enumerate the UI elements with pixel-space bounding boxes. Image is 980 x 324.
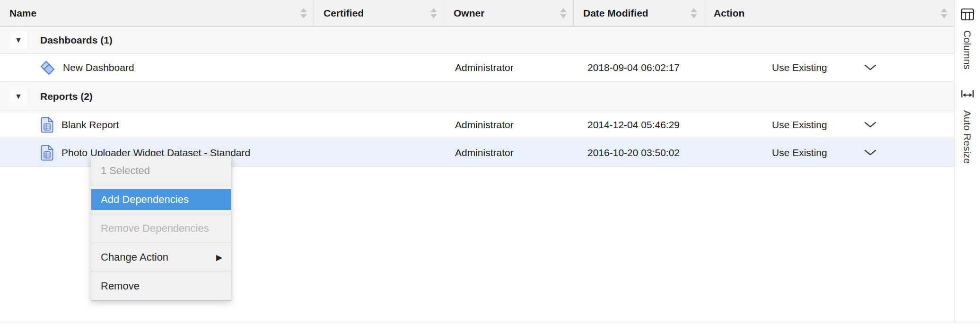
table-row[interactable]: New Dashboard Administrator 2018-09-04 0… bbox=[0, 54, 954, 82]
owner-cell: Administrator bbox=[444, 111, 573, 139]
action-dropdown[interactable]: Use Existing bbox=[704, 139, 954, 166]
menu-item-add-dependencies[interactable]: Add Dependencies bbox=[91, 185, 231, 214]
owner-cell: Administrator bbox=[444, 139, 573, 166]
column-header-label: Action bbox=[714, 8, 744, 19]
menu-item-remove[interactable]: Remove bbox=[91, 271, 231, 300]
column-header-date-modified[interactable]: Date Modified bbox=[573, 0, 704, 26]
sort-arrows-icon[interactable] bbox=[560, 8, 567, 18]
chevron-down-icon[interactable] bbox=[864, 149, 876, 156]
window-bottom-edge bbox=[0, 322, 980, 324]
column-header-owner[interactable]: Owner bbox=[444, 0, 573, 26]
menu-item-remove-dependencies: Remove Dependencies bbox=[91, 214, 231, 243]
context-menu: 1 Selected Add Dependencies Remove Depen… bbox=[91, 156, 231, 301]
auto-resize-button[interactable]: Auto Resize bbox=[960, 89, 975, 164]
caret-down-icon: ▼ bbox=[15, 93, 22, 100]
date-modified-cell: 2018-09-04 06:02:17 bbox=[573, 54, 704, 81]
columns-button-label: Columns bbox=[962, 30, 973, 70]
group-label: Reports (2) bbox=[40, 91, 93, 102]
certified-cell bbox=[314, 54, 444, 81]
chevron-down-icon[interactable] bbox=[864, 64, 876, 71]
column-header-label: Name bbox=[9, 8, 36, 19]
group-row-reports[interactable]: ▼ Reports (2) bbox=[0, 82, 954, 111]
report-icon bbox=[40, 117, 53, 133]
date-modified-cell: 2016-10-20 03:50:02 bbox=[573, 139, 704, 166]
auto-resize-button-label: Auto Resize bbox=[962, 110, 973, 164]
import-objects-table-view: Name Certified Owner Date Modified Actio… bbox=[0, 0, 980, 324]
date-modified-cell: 2014-12-04 05:46:29 bbox=[573, 111, 704, 139]
action-dropdown[interactable]: Use Existing bbox=[704, 54, 954, 81]
chevron-down-icon[interactable] bbox=[864, 122, 876, 128]
name-cell: Blank Report bbox=[0, 111, 314, 139]
table-header-row: Name Certified Owner Date Modified Actio… bbox=[0, 0, 954, 27]
context-menu-selection-count: 1 Selected bbox=[91, 156, 231, 185]
action-value: Use Existing bbox=[772, 62, 827, 73]
certified-cell bbox=[314, 111, 444, 139]
object-name: Blank Report bbox=[61, 119, 119, 131]
sort-arrows-icon[interactable] bbox=[300, 8, 307, 18]
object-name: New Dashboard bbox=[63, 62, 134, 73]
column-header-action[interactable]: Action bbox=[704, 0, 954, 26]
table-row[interactable]: Blank Report Administrator 2014-12-04 05… bbox=[0, 111, 954, 139]
sort-arrows-icon[interactable] bbox=[941, 8, 947, 18]
sort-arrows-icon[interactable] bbox=[691, 8, 697, 18]
column-header-name[interactable]: Name bbox=[0, 0, 314, 26]
owner-cell: Administrator bbox=[444, 54, 573, 81]
name-cell: New Dashboard bbox=[0, 54, 314, 81]
objects-table: Name Certified Owner Date Modified Actio… bbox=[0, 0, 954, 167]
action-value: Use Existing bbox=[772, 119, 827, 131]
action-value: Use Existing bbox=[772, 147, 827, 158]
collapse-caret-button[interactable]: ▼ bbox=[9, 31, 27, 49]
column-header-label: Certified bbox=[324, 8, 364, 19]
dashboard-icon bbox=[40, 61, 55, 75]
group-label: Dashboards (1) bbox=[40, 35, 113, 46]
column-header-label: Date Modified bbox=[583, 8, 648, 19]
menu-item-change-action[interactable]: Change Action ▶ bbox=[91, 243, 231, 271]
group-row-dashboards[interactable]: ▼ Dashboards (1) bbox=[0, 27, 954, 54]
columns-button[interactable]: Columns bbox=[961, 8, 974, 70]
column-header-label: Owner bbox=[454, 8, 484, 19]
auto-resize-icon bbox=[960, 89, 975, 103]
certified-cell bbox=[314, 139, 444, 166]
columns-icon bbox=[961, 8, 974, 23]
report-icon bbox=[40, 145, 53, 161]
sort-arrows-icon[interactable] bbox=[430, 8, 437, 18]
action-dropdown[interactable]: Use Existing bbox=[704, 111, 954, 139]
collapse-caret-button[interactable]: ▼ bbox=[9, 88, 27, 105]
column-header-certified[interactable]: Certified bbox=[314, 0, 444, 26]
submenu-arrow-icon: ▶ bbox=[216, 253, 222, 263]
caret-down-icon: ▼ bbox=[15, 36, 22, 44]
right-toolbar: Columns Auto Resize bbox=[954, 0, 980, 322]
